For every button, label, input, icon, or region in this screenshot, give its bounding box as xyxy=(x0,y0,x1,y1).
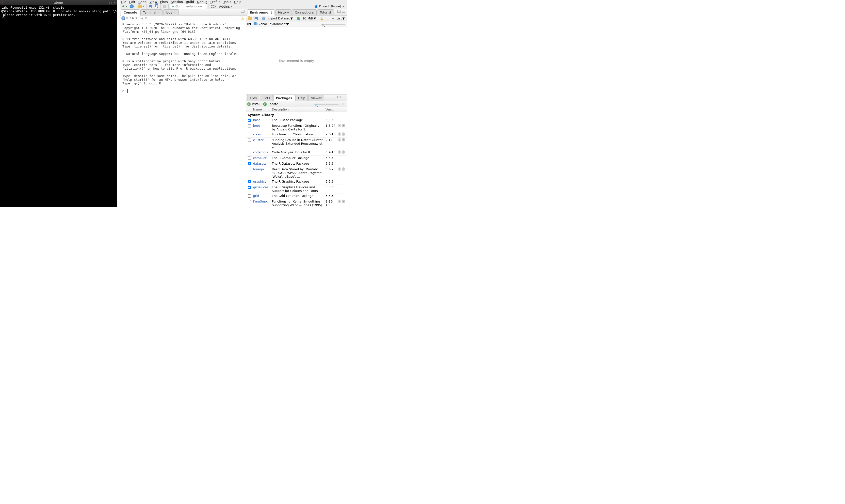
package-version: 3.6.3 xyxy=(324,118,337,122)
package-checkbox[interactable] xyxy=(248,133,251,136)
open-file-button[interactable]: ▼ xyxy=(138,4,145,9)
refresh-button[interactable]: ⟳ xyxy=(342,102,346,106)
package-name-link[interactable]: boot xyxy=(253,124,260,127)
minimize-pane-icon[interactable] xyxy=(337,96,341,98)
chevron-icon[interactable]: ⟳ xyxy=(145,17,147,20)
minimize-pane-icon[interactable] xyxy=(241,10,245,13)
menu-edit[interactable]: Edit xyxy=(129,0,136,4)
save-button[interactable] xyxy=(148,4,153,9)
project-selector[interactable]: 👤 Project: (None) ▼ xyxy=(314,5,344,8)
package-name-link[interactable]: base xyxy=(253,118,261,122)
console-output[interactable]: R version 3.6.3 (2020-02-29) -- "Holding… xyxy=(120,21,246,207)
package-name-link[interactable]: grDevices xyxy=(253,185,268,189)
packages-list[interactable]: System Library baseThe R Base Package3.6… xyxy=(246,112,347,207)
close-icon[interactable]: ✕ xyxy=(113,1,116,4)
package-name-link[interactable]: graphics xyxy=(253,180,266,183)
minimize-pane-icon[interactable] xyxy=(337,10,341,13)
print-button[interactable] xyxy=(162,4,167,9)
package-name-link[interactable]: datasets xyxy=(253,162,266,165)
tab-jobs[interactable]: Jobs× xyxy=(163,10,179,15)
menu-tools[interactable]: Tools xyxy=(223,0,231,4)
maximize-pane-icon[interactable] xyxy=(342,10,345,13)
package-name-link[interactable]: cluster xyxy=(253,138,264,142)
package-remove-icon[interactable]: ✕ xyxy=(342,200,345,203)
load-workspace-button[interactable] xyxy=(247,17,252,20)
save-all-button[interactable] xyxy=(154,4,159,9)
package-checkbox[interactable] xyxy=(248,162,251,165)
import-dataset-button[interactable]: ▦ Import Dataset▼ xyxy=(261,16,294,21)
list-view-button[interactable]: ≡ List▼ xyxy=(331,16,346,21)
tab-packages[interactable]: Packages xyxy=(273,95,295,101)
tab-console[interactable]: Console xyxy=(121,10,140,16)
maximize-icon[interactable]: ▢ xyxy=(109,1,112,4)
package-remove-icon[interactable]: ✕ xyxy=(342,150,345,154)
tab-connections[interactable]: Connections xyxy=(292,10,316,15)
package-checkbox[interactable] xyxy=(248,194,251,198)
close-icon[interactable]: × xyxy=(174,11,176,14)
environment-search[interactable] xyxy=(321,24,346,24)
menu-file[interactable]: File xyxy=(121,0,126,4)
language-selector[interactable]: R▼ xyxy=(247,22,252,26)
minimize-icon[interactable]: — xyxy=(105,1,108,4)
package-checkbox[interactable] xyxy=(248,139,251,142)
package-web-icon[interactable]: ⊕ xyxy=(338,132,341,136)
new-project-button[interactable] xyxy=(129,4,135,9)
menu-view[interactable]: View xyxy=(149,0,157,4)
menu-profile[interactable]: Profile xyxy=(210,0,220,4)
tab-help[interactable]: Help xyxy=(296,95,308,101)
package-name-link[interactable]: foreign xyxy=(253,167,264,171)
package-remove-icon[interactable]: ✕ xyxy=(342,132,345,136)
package-name-link[interactable]: grid xyxy=(253,194,259,198)
package-checkbox[interactable] xyxy=(248,157,251,160)
package-checkbox[interactable] xyxy=(248,119,251,122)
new-file-button[interactable]: ＋▼ xyxy=(121,4,128,9)
tab-viewer[interactable]: Viewer xyxy=(308,95,324,101)
memory-usage-button[interactable]: 95 MiB▼ xyxy=(296,16,317,21)
xterm-body[interactable]: tahan@compute1-exec-132:~$ rstudio QStan… xyxy=(0,5,117,81)
tab-terminal[interactable]: Terminal× xyxy=(140,10,162,15)
package-remove-icon[interactable]: ✕ xyxy=(342,138,345,142)
menu-debug[interactable]: Debug xyxy=(197,0,208,4)
install-button[interactable]: ⬇Install xyxy=(247,102,260,106)
packages-tabs: Files Plots Packages Help Viewer xyxy=(246,95,347,101)
package-checkbox[interactable] xyxy=(248,168,251,171)
scope-selector[interactable]: Global Environment▼ xyxy=(253,22,289,26)
tab-files[interactable]: Files xyxy=(247,95,259,101)
package-web-icon[interactable]: ⊕ xyxy=(338,138,341,142)
menu-session[interactable]: Session xyxy=(171,0,183,4)
package-checkbox[interactable] xyxy=(248,180,251,183)
goto-file-input[interactable]: ➜ Go to file/function xyxy=(170,4,207,9)
tab-environment[interactable]: Environment xyxy=(247,10,275,16)
tab-plots[interactable]: Plots xyxy=(260,95,272,101)
package-web-icon[interactable]: ⊕ xyxy=(338,124,341,127)
menu-build[interactable]: Build xyxy=(186,0,194,4)
package-remove-icon[interactable]: ✕ xyxy=(342,167,345,171)
package-name-link[interactable]: KernSmo... xyxy=(253,200,270,203)
clear-console-icon[interactable] xyxy=(241,17,245,20)
packages-search[interactable] xyxy=(314,104,339,105)
clear-objects-button[interactable] xyxy=(319,16,324,21)
save-workspace-button[interactable] xyxy=(253,16,259,21)
package-name-link[interactable]: compiler xyxy=(253,156,266,160)
maximize-pane-icon[interactable] xyxy=(342,96,345,98)
close-icon[interactable]: × xyxy=(158,11,160,14)
xterm-titlebar[interactable]: ✕ xterm — ▢ ✕ xyxy=(0,0,117,5)
package-checkbox[interactable] xyxy=(248,186,251,189)
package-web-icon[interactable]: ⊕ xyxy=(338,167,341,171)
package-name-link[interactable]: codetools xyxy=(253,150,268,154)
update-button[interactable]: ⟳Update xyxy=(263,102,278,106)
menu-help[interactable]: Help xyxy=(234,0,242,4)
package-checkbox[interactable] xyxy=(248,200,251,203)
package-name-link[interactable]: class xyxy=(253,132,261,136)
tab-tutorial[interactable]: Tutorial xyxy=(317,10,334,15)
menu-code[interactable]: Code xyxy=(138,0,146,4)
package-remove-icon[interactable]: ✕ xyxy=(342,124,345,127)
addins-button[interactable]: Addins▼ xyxy=(218,4,233,9)
package-web-icon[interactable]: ⊕ xyxy=(338,200,341,203)
grid-button[interactable]: ▼ xyxy=(210,4,217,9)
package-web-icon[interactable]: ⊕ xyxy=(338,150,341,154)
menu-plots[interactable]: Plots xyxy=(160,0,168,4)
tab-history[interactable]: History xyxy=(275,10,292,15)
package-checkbox[interactable] xyxy=(248,151,251,154)
package-checkbox[interactable] xyxy=(248,124,251,127)
